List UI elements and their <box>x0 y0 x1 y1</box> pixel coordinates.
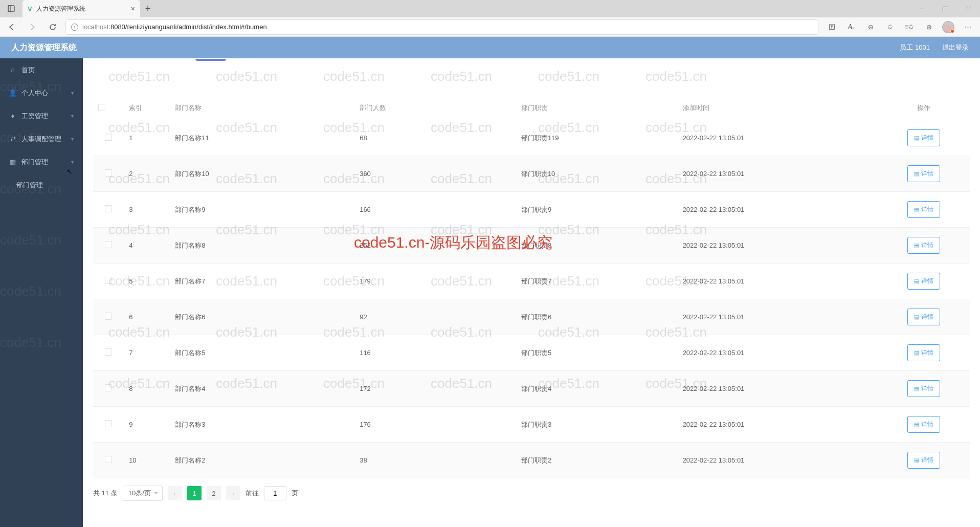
favorites-bar-icon[interactable]: ≡✩ <box>901 19 918 35</box>
table-row: 10部门名称238部门职责22022-02-22 13:05:01▤详情 <box>93 443 970 478</box>
page-size-select[interactable]: 10条/页 <box>123 486 163 501</box>
sidebar-item-home[interactable]: ⌂ 首页 <box>0 58 83 81</box>
watermark-text: code51.cn <box>323 69 385 84</box>
tab-close-icon[interactable]: × <box>131 5 135 13</box>
zoom-out-icon[interactable]: ⊖ <box>862 19 879 35</box>
detail-button[interactable]: ▤详情 <box>907 344 940 361</box>
cell-index: 6 <box>124 299 170 335</box>
app-title: 人力资源管理系统 <box>11 42 77 53</box>
row-checkbox[interactable] <box>105 241 112 248</box>
window-close-button[interactable] <box>956 0 980 17</box>
row-checkbox[interactable] <box>105 169 112 177</box>
select-all-checkbox[interactable] <box>98 104 105 111</box>
table-row: 1部门名称1168部门职责1192022-02-22 13:05:01▤详情 <box>93 120 970 156</box>
pagination-prev[interactable]: ‹ <box>168 486 182 500</box>
svg-rect-3 <box>943 7 947 11</box>
sidebar-item-salary[interactable]: ♦ 工资管理 ▾ <box>0 104 83 127</box>
pagination-page-2[interactable]: 2 <box>207 486 221 500</box>
cell-time: 2022-02-22 13:05:01 <box>678 264 878 299</box>
cell-name: 部门名称9 <box>170 192 354 228</box>
detail-button[interactable]: ▤详情 <box>907 237 940 254</box>
sidebar-subitem-department[interactable]: 部门管理 <box>0 173 83 196</box>
chevron-down-icon: ▾ <box>71 113 74 119</box>
main-content: 索引 部门名称 部门人数 部门职责 添加时间 操作 1部门名称1168部门职责1… <box>83 58 980 527</box>
pagination-next[interactable]: › <box>226 486 240 500</box>
pagination-total: 共 11 条 <box>93 489 118 498</box>
pagination: 共 11 条 10条/页 ‹ 1 2 › 前往 页 <box>93 478 970 508</box>
site-info-icon[interactable]: i <box>71 24 78 31</box>
cell-name: 部门名称2 <box>170 443 354 478</box>
row-checkbox[interactable] <box>105 420 112 427</box>
sidebar-item-hr[interactable]: ⇄ 人事调配管理 ▾ <box>0 127 83 150</box>
department-table: 索引 部门名称 部门人数 部门职责 添加时间 操作 1部门名称1168部门职责1… <box>93 96 970 478</box>
favorite-icon[interactable]: ✩ <box>882 19 898 35</box>
url-input[interactable]: i localhost:8080/renliziyuanguanli/admin… <box>65 19 818 35</box>
row-checkbox[interactable] <box>105 205 112 212</box>
table-row: 2部门名称10360部门职责102022-02-22 13:05:01▤详情 <box>93 156 970 192</box>
th-duty: 部门职责 <box>516 96 678 120</box>
new-tab-button[interactable]: + <box>140 1 155 16</box>
cell-index: 7 <box>124 335 170 371</box>
profile-button[interactable] <box>940 19 956 35</box>
logout-link[interactable]: 退出登录 <box>942 43 969 52</box>
detail-button[interactable]: ▤详情 <box>907 201 940 218</box>
detail-button[interactable]: ▤详情 <box>907 452 940 469</box>
money-icon: ♦ <box>9 113 16 120</box>
tab-overview-button[interactable] <box>4 2 18 16</box>
goto-label: 前往 <box>246 489 259 498</box>
cell-count: 68 <box>354 120 516 156</box>
cell-index: 3 <box>124 192 170 228</box>
cell-time: 2022-02-22 13:05:01 <box>678 120 878 156</box>
table-row: 4部门名称8252部门职责82022-02-22 13:05:01▤详情 <box>93 228 970 264</box>
cell-time: 2022-02-22 13:05:01 <box>678 335 878 371</box>
minimize-button[interactable] <box>909 0 933 17</box>
window-controls <box>909 0 980 17</box>
detail-button[interactable]: ▤详情 <box>907 165 940 182</box>
back-button[interactable] <box>4 19 19 35</box>
cell-name: 部门名称11 <box>170 120 354 156</box>
detail-button[interactable]: ▤详情 <box>907 380 940 397</box>
forward-button[interactable] <box>25 19 40 35</box>
detail-button[interactable]: ▤详情 <box>907 309 940 325</box>
refresh-button[interactable] <box>45 19 60 35</box>
cell-index: 4 <box>124 228 170 264</box>
goto-page-input[interactable] <box>264 486 286 500</box>
row-checkbox[interactable] <box>105 313 112 320</box>
cell-time: 2022-02-22 13:05:01 <box>678 443 878 478</box>
detail-button[interactable]: ▤详情 <box>907 273 940 290</box>
current-user-label[interactable]: 员工 1001 <box>900 43 930 52</box>
goto-suffix: 页 <box>292 489 298 498</box>
detail-button[interactable]: ▤详情 <box>907 416 940 433</box>
cell-duty: 部门职责7 <box>516 264 678 299</box>
row-checkbox[interactable] <box>105 456 112 463</box>
password-icon[interactable]: ⚿ <box>823 19 840 35</box>
row-checkbox[interactable] <box>105 277 112 284</box>
browser-tab[interactable]: V 人力资源管理系统 × <box>23 0 140 17</box>
sidebar-item-label: 个人中心 <box>21 89 48 98</box>
pagination-page-1[interactable]: 1 <box>187 486 202 500</box>
cell-index: 9 <box>124 407 170 443</box>
row-checkbox[interactable] <box>105 384 112 391</box>
app-header: 人力资源管理系统 员工 1001 退出登录 <box>0 37 980 58</box>
document-icon: ▤ <box>914 170 919 177</box>
row-checkbox[interactable] <box>105 134 112 141</box>
cell-index: 5 <box>124 264 170 299</box>
tab-title: 人力资源管理系统 <box>36 5 127 13</box>
cell-name: 部门名称7 <box>170 264 354 299</box>
detail-button[interactable]: ▤详情 <box>907 129 940 146</box>
cell-time: 2022-02-22 13:05:01 <box>678 192 878 228</box>
cell-time: 2022-02-22 13:05:01 <box>678 407 878 443</box>
cell-duty: 部门职责8 <box>516 228 678 264</box>
table-row: 7部门名称5116部门职责52022-02-22 13:05:01▤详情 <box>93 335 970 371</box>
sidebar-item-profile[interactable]: 👤 个人中心 ▾ <box>0 81 83 104</box>
collections-icon[interactable]: ⊕ <box>921 19 937 35</box>
watermark-text: code51.cn <box>431 69 492 84</box>
maximize-button[interactable] <box>933 0 956 17</box>
row-checkbox[interactable] <box>105 348 112 356</box>
cell-duty: 部门职责10 <box>516 156 678 192</box>
read-aloud-icon[interactable]: A» <box>843 19 859 35</box>
th-action: 操作 <box>878 96 970 120</box>
menu-button[interactable]: ⋯ <box>960 19 976 35</box>
search-button-partial[interactable] <box>195 59 226 61</box>
cursor-icon: ↖ <box>66 167 73 175</box>
